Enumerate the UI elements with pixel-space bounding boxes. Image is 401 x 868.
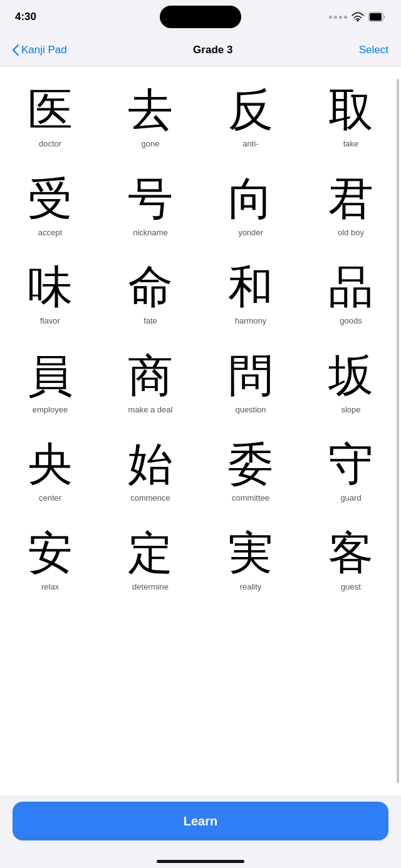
svg-rect-1	[370, 13, 382, 21]
kanji-character: 号	[128, 176, 173, 222]
kanji-cell[interactable]: 坂slope	[301, 339, 401, 427]
kanji-meaning: center	[39, 493, 61, 503]
kanji-cell[interactable]: 客guest	[301, 516, 401, 605]
status-time: 4:30	[15, 11, 36, 23]
kanji-meaning: determine	[132, 582, 169, 592]
kanji-cell[interactable]: 央center	[0, 427, 100, 516]
kanji-character: 員	[28, 354, 73, 399]
kanji-character: 去	[128, 88, 173, 133]
kanji-meaning: flavor	[40, 316, 60, 326]
kanji-meaning: gone	[142, 139, 160, 149]
kanji-meaning: question	[235, 405, 266, 415]
kanji-meaning: goods	[340, 316, 362, 326]
kanji-character: 委	[228, 442, 273, 487]
kanji-cell[interactable]: 品goods	[301, 250, 401, 339]
kanji-meaning: fate	[143, 316, 157, 326]
kanji-meaning: take	[343, 139, 359, 149]
home-indicator	[157, 860, 244, 863]
kanji-meaning: slope	[341, 405, 360, 415]
select-button[interactable]: Select	[359, 44, 388, 56]
status-icons	[329, 12, 386, 22]
kanji-character: 問	[228, 354, 273, 399]
chevron-left-icon	[13, 44, 19, 56]
kanji-character: 和	[228, 265, 273, 310]
kanji-cell[interactable]: 取take	[301, 73, 401, 161]
kanji-character: 始	[128, 442, 173, 487]
nav-bar: Kanji Pad Grade 3 Select	[0, 34, 401, 66]
kanji-grid-container: 医doctor去gone反anti-取take受accept号nickname向…	[0, 66, 401, 795]
kanji-character: 実	[228, 531, 273, 576]
kanji-character: 安	[28, 531, 73, 576]
kanji-meaning: reality	[240, 582, 262, 592]
kanji-character: 取	[328, 88, 373, 133]
dynamic-island	[160, 6, 241, 28]
kanji-meaning: guest	[341, 582, 361, 592]
kanji-cell[interactable]: 実reality	[200, 516, 301, 605]
scrollbar[interactable]	[397, 79, 399, 783]
kanji-grid: 医doctor去gone反anti-取take受accept号nickname向…	[0, 66, 401, 611]
learn-button[interactable]: Learn	[13, 802, 388, 840]
kanji-character: 医	[28, 88, 73, 133]
kanji-cell[interactable]: 守guard	[301, 427, 401, 516]
battery-icon	[368, 12, 386, 22]
kanji-meaning: guard	[340, 493, 361, 503]
kanji-cell[interactable]: 始commence	[100, 427, 200, 516]
kanji-character: 商	[128, 354, 173, 399]
kanji-character: 守	[328, 442, 373, 487]
kanji-meaning: doctor	[39, 139, 61, 149]
kanji-cell[interactable]: 味flavor	[0, 250, 100, 339]
page-title: Grade 3	[193, 44, 232, 56]
kanji-meaning: make a deal	[128, 405, 173, 415]
kanji-character: 坂	[328, 354, 373, 399]
kanji-cell[interactable]: 委committee	[200, 427, 301, 516]
kanji-cell[interactable]: 定determine	[100, 516, 200, 605]
kanji-meaning: nickname	[133, 228, 168, 238]
kanji-character: 央	[28, 442, 73, 487]
kanji-meaning: anti-	[242, 139, 258, 149]
kanji-cell[interactable]: 商make a deal	[100, 339, 200, 427]
status-bar: 4:30	[0, 0, 401, 34]
kanji-character: 客	[328, 531, 373, 576]
kanji-cell[interactable]: 向yonder	[200, 161, 301, 250]
kanji-cell[interactable]: 去gone	[100, 73, 200, 161]
kanji-character: 品	[328, 265, 373, 310]
kanji-meaning: accept	[38, 228, 62, 238]
back-label: Kanji Pad	[21, 44, 67, 56]
learn-button-container: Learn	[0, 795, 401, 847]
signal-icon	[329, 16, 347, 19]
kanji-cell[interactable]: 医doctor	[0, 73, 100, 161]
kanji-character: 向	[228, 176, 273, 222]
kanji-cell[interactable]: 反anti-	[200, 73, 301, 161]
kanji-meaning: harmony	[235, 316, 267, 326]
kanji-cell[interactable]: 命fate	[100, 250, 200, 339]
kanji-character: 定	[128, 531, 173, 576]
kanji-cell[interactable]: 君old boy	[301, 161, 401, 250]
kanji-meaning: old boy	[338, 228, 364, 238]
kanji-meaning: employee	[33, 405, 68, 415]
kanji-cell[interactable]: 号nickname	[100, 161, 200, 250]
kanji-meaning: committee	[232, 493, 269, 503]
kanji-cell[interactable]: 受accept	[0, 161, 100, 250]
kanji-character: 反	[228, 88, 273, 133]
kanji-cell[interactable]: 和harmony	[200, 250, 301, 339]
kanji-cell[interactable]: 安relax	[0, 516, 100, 605]
kanji-character: 受	[28, 176, 73, 222]
kanji-character: 君	[328, 176, 373, 222]
kanji-meaning: relax	[41, 582, 59, 592]
kanji-cell[interactable]: 問question	[200, 339, 301, 427]
kanji-cell[interactable]: 員employee	[0, 339, 100, 427]
kanji-character: 命	[128, 265, 173, 310]
back-button[interactable]: Kanji Pad	[13, 44, 67, 56]
wifi-icon	[351, 12, 365, 22]
kanji-character: 味	[28, 265, 73, 310]
kanji-meaning: commence	[130, 493, 170, 503]
kanji-meaning: yonder	[238, 228, 263, 238]
